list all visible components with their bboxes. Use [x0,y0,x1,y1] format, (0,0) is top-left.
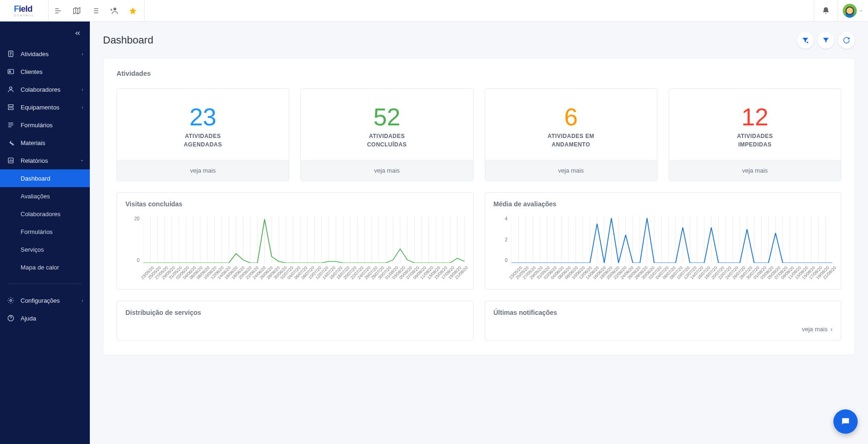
metric-link[interactable]: veja mais [301,160,473,181]
metric-card-concluidas: 52 ATIVIDADESCONCLUÍDAS veja mais [300,88,473,181]
menu-toggle-icon[interactable] [49,0,67,22]
user-card-icon [7,68,15,75]
logo-subtext: CONTROL [14,14,34,17]
chevron-right-icon: › [81,298,83,303]
metric-value: 52 [306,105,467,129]
person-icon [7,86,15,93]
remove-user-icon[interactable] [105,0,124,22]
metric-card-impedidas: 12 ATIVIDADESIMPEDIDAS veja mais [669,88,841,181]
map-icon[interactable] [67,0,86,22]
main-content: Dashboard Atividades 23 ATIVID [90,22,868,444]
collapse-sidebar-button[interactable] [0,22,90,45]
sidebar-item-label: Ajuda [21,315,36,322]
svg-point-3 [9,71,11,72]
svg-rect-2 [8,69,14,73]
list-icon[interactable] [86,0,105,22]
chat-fab[interactable] [833,409,858,434]
form-icon [7,121,15,129]
logo-letter: F [14,4,19,14]
sidebar-item-atividades[interactable]: Atividades › [0,45,90,63]
sidebar-sub-avaliacoes[interactable]: Avaliações [0,187,90,205]
sidebar-item-ajuda[interactable]: Ajuda [0,309,90,327]
topbar: Field CONTROL [0,0,868,22]
sidebar-sub-colaboradores[interactable]: Colaboradores [0,205,90,223]
chart-icon [7,157,15,164]
svg-point-0 [114,7,117,10]
metric-label: ATIVIDADESIMPEDIDAS [675,132,835,149]
chart-plot [143,216,465,263]
wrench-icon [7,139,15,146]
card-title: Últimas notificações [494,309,833,316]
sidebar-item-colaboradores[interactable]: Colaboradores › [0,80,90,98]
section-title-atividades: Atividades [117,70,841,77]
metric-card-andamento: 6 ATIVIDADES EMANDAMENTO veja mais [485,88,657,181]
sidebar-item-clientes[interactable]: Clientes [0,63,90,80]
sidebar-item-label: Clientes [21,68,43,75]
chart-plot [511,216,833,263]
metric-link[interactable]: veja mais [117,160,289,181]
metric-card-agendadas: 23 ATIVIDADESAGENDADAS veja mais [117,88,289,181]
y-axis: 420 [494,216,508,263]
notifications-icon[interactable] [814,0,838,22]
svg-rect-5 [8,105,14,107]
sidebar-item-label: Atividades [21,51,49,58]
metric-value: 12 [675,105,835,129]
metric-label: ATIVIDADES EMANDAMENTO [491,132,651,149]
divider [8,284,81,284]
dashboard-panel: Atividades 23 ATIVIDADESAGENDADAS veja m… [103,58,855,355]
sidebar-item-relatorios[interactable]: Relatórios › [0,152,90,169]
card-ultimas-notificacoes: Últimas notificações veja mais › [485,301,842,341]
sidebar-item-equipamentos[interactable]: Equipamentos › [0,98,90,116]
sidebar-item-label: Configurações [21,297,60,304]
sidebar-item-label: Formulários [21,122,53,129]
metric-link[interactable]: veja mais [669,160,841,181]
chart-card-media: Média de avaliações 420 23/05/2025/05/20… [485,192,842,290]
sidebar-item-label: Equipamentos [21,104,59,111]
help-icon [7,314,15,322]
sidebar-item-label: Colaboradores [21,86,60,93]
sidebar-item-materiais[interactable]: Materiais [0,134,90,152]
metric-cards-row: 23 ATIVIDADESAGENDADAS veja mais 52 ATIV… [117,88,841,181]
metric-value: 6 [491,105,651,129]
sidebar-item-label: Materiais [21,139,45,146]
metric-link[interactable]: veja mais [485,160,657,181]
metric-value: 23 [123,105,283,129]
logo[interactable]: Field CONTROL [0,0,49,22]
x-axis: 23/05/2025/05/2027/05/2029/05/2031/05/20… [511,265,833,285]
sidebar: Atividades › Clientes Colaboradores › Eq… [0,22,90,444]
sidebar-item-formularios[interactable]: Formulários [0,116,90,134]
sidebar-sub-dashboard[interactable]: Dashboard [0,169,90,187]
clear-filter-button[interactable] [797,32,814,49]
sidebar-sub-servicos[interactable]: Serviços [0,240,90,258]
metric-label: ATIVIDADESCONCLUÍDAS [306,132,467,149]
chart-title: Média de avaliações [494,200,833,208]
notifications-more-link[interactable]: veja mais › [494,326,833,333]
chevron-down-icon: › [80,160,85,161]
clipboard-icon [7,50,15,58]
sidebar-sub-mapa[interactable]: Mapa de calor [0,258,90,276]
svg-rect-6 [8,108,14,109]
server-icon [7,103,15,111]
avatar [843,4,857,18]
svg-point-4 [9,87,12,89]
page-title: Dashboard [103,34,153,46]
chevron-right-icon: › [831,326,832,333]
chart-card-visitas: Visitas concluídas 200 23/05/2025/05/202… [117,192,474,290]
sidebar-item-label: Relatórios [21,157,48,164]
gear-icon [7,297,15,304]
chevron-right-icon: › [81,51,83,57]
user-menu[interactable] [838,0,868,22]
sidebar-item-configuracoes[interactable]: Configurações › [0,291,90,309]
refresh-button[interactable] [838,32,855,49]
filter-button[interactable] [817,32,834,49]
chart-title: Visitas concluídas [125,200,465,208]
svg-point-8 [10,299,12,301]
x-axis: 23/05/2025/05/2027/05/2029/05/2031/05/20… [143,265,465,285]
card-distribuicao-servicos: Distribuição de serviços [117,301,474,341]
sidebar-sub-formularios[interactable]: Formulários [0,223,90,240]
chevron-right-icon: › [81,87,83,92]
card-title: Distribuição de serviços [125,309,465,316]
chevron-right-icon: › [81,104,83,110]
metric-label: ATIVIDADESAGENDADAS [123,132,283,149]
star-icon[interactable] [124,0,142,22]
